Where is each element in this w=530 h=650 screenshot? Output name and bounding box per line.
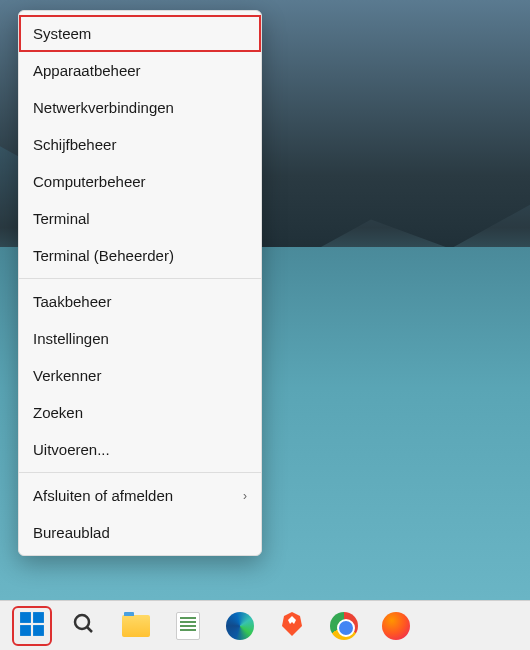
taskbar bbox=[0, 600, 530, 650]
menu-item-bureaublad[interactable]: Bureaublad bbox=[19, 514, 261, 551]
menu-item-uitvoeren-[interactable]: Uitvoeren... bbox=[19, 431, 261, 468]
menu-item-label: Uitvoeren... bbox=[33, 441, 110, 458]
folder-icon bbox=[122, 615, 150, 637]
svg-rect-0 bbox=[20, 612, 31, 623]
notepad-plus[interactable] bbox=[170, 608, 206, 644]
menu-item-terminal-beheerder-[interactable]: Terminal (Beheerder) bbox=[19, 237, 261, 274]
svg-rect-3 bbox=[33, 625, 44, 636]
menu-item-label: Terminal bbox=[33, 210, 90, 227]
menu-item-label: Computerbeheer bbox=[33, 173, 146, 190]
menu-item-label: Schijfbeheer bbox=[33, 136, 116, 153]
menu-item-label: Netwerkverbindingen bbox=[33, 99, 174, 116]
menu-item-instellingen[interactable]: Instellingen bbox=[19, 320, 261, 357]
menu-item-verkenner[interactable]: Verkenner bbox=[19, 357, 261, 394]
start-button[interactable] bbox=[14, 608, 50, 644]
menu-item-label: Afsluiten of afmelden bbox=[33, 487, 173, 504]
menu-item-schijfbeheer[interactable]: Schijfbeheer bbox=[19, 126, 261, 163]
search-button[interactable] bbox=[66, 608, 102, 644]
svg-line-5 bbox=[87, 627, 92, 632]
start-context-menu: SysteemApparaatbeheerNetwerkverbindingen… bbox=[18, 10, 262, 556]
menu-item-computerbeheer[interactable]: Computerbeheer bbox=[19, 163, 261, 200]
notepad-icon bbox=[176, 612, 200, 640]
menu-item-systeem[interactable]: Systeem bbox=[19, 15, 261, 52]
google-chrome[interactable] bbox=[326, 608, 362, 644]
menu-item-apparaatbeheer[interactable]: Apparaatbeheer bbox=[19, 52, 261, 89]
menu-item-label: Taakbeheer bbox=[33, 293, 111, 310]
chevron-right-icon: › bbox=[243, 489, 247, 503]
svg-rect-2 bbox=[20, 625, 31, 636]
menu-item-label: Terminal (Beheerder) bbox=[33, 247, 174, 264]
windows-icon bbox=[19, 611, 45, 641]
edge-icon bbox=[226, 612, 254, 640]
file-explorer[interactable] bbox=[118, 608, 154, 644]
svg-point-4 bbox=[75, 615, 89, 629]
firefox-icon bbox=[382, 612, 410, 640]
chrome-icon bbox=[330, 612, 358, 640]
menu-item-netwerkverbindingen[interactable]: Netwerkverbindingen bbox=[19, 89, 261, 126]
menu-item-label: Instellingen bbox=[33, 330, 109, 347]
svg-rect-1 bbox=[33, 612, 44, 623]
menu-item-label: Bureaublad bbox=[33, 524, 110, 541]
menu-item-terminal[interactable]: Terminal bbox=[19, 200, 261, 237]
brave-browser[interactable] bbox=[274, 608, 310, 644]
menu-item-taakbeheer[interactable]: Taakbeheer bbox=[19, 283, 261, 320]
menu-item-zoeken[interactable]: Zoeken bbox=[19, 394, 261, 431]
menu-item-label: Zoeken bbox=[33, 404, 83, 421]
firefox[interactable] bbox=[378, 608, 414, 644]
menu-item-afsluiten-of-afmelden[interactable]: Afsluiten of afmelden› bbox=[19, 477, 261, 514]
menu-item-label: Verkenner bbox=[33, 367, 101, 384]
microsoft-edge[interactable] bbox=[222, 608, 258, 644]
menu-separator bbox=[19, 278, 261, 279]
search-icon bbox=[72, 612, 96, 640]
menu-item-label: Apparaatbeheer bbox=[33, 62, 141, 79]
brave-icon bbox=[279, 610, 305, 642]
menu-item-label: Systeem bbox=[33, 25, 91, 42]
menu-separator bbox=[19, 472, 261, 473]
